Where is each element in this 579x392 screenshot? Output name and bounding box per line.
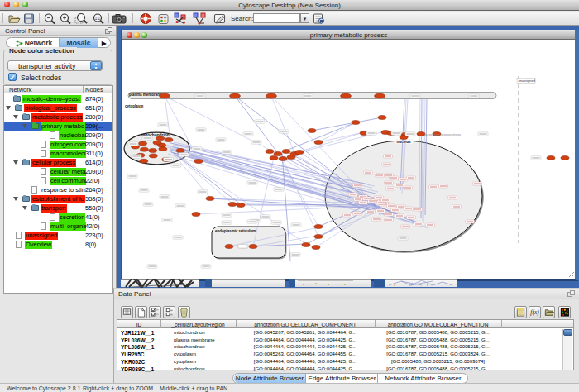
svg-text:plasma membrane: plasma membrane [129, 93, 162, 97]
svg-text:cytoplasm: cytoplasm [125, 104, 143, 108]
svg-text:1:1: 1:1 [95, 17, 101, 21]
svg-text:f(x): f(x) [530, 308, 539, 316]
svg-text:xxxxx|xxxxxxx|xxxxxxx|xxxx: xxxxx|xxxxxxx|xxxxxxx|xxxx [424, 133, 461, 136]
svg-text:nucleus: nucleus [396, 140, 411, 144]
svg-text:unassigned: unassigned [519, 79, 535, 83]
svg-text:endoplasmic reticulum: endoplasmic reticulum [215, 229, 256, 233]
